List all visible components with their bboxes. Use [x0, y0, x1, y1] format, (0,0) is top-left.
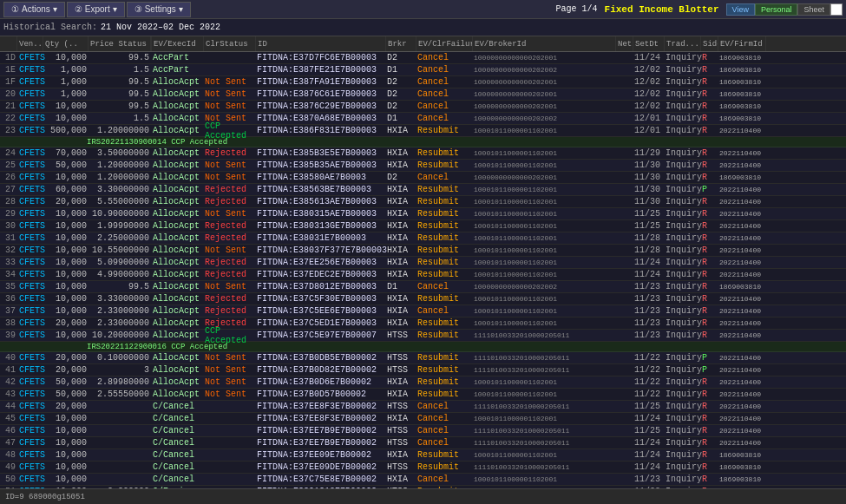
row-clrfail: Cancel [416, 53, 472, 62]
row-setdt: 11/22 [633, 365, 664, 375]
table-row[interactable]: 1D CFETS 10,000 99.5 AccPart FITDNA:E37D… [0, 52, 846, 64]
personal-button[interactable]: Personal [755, 3, 798, 16]
row-side: R [700, 173, 718, 182]
table-row[interactable]: 37 CFETS 10,000 2.33000000 AllocAcpt Rej… [0, 305, 846, 317]
table-row[interactable]: 39 CFETS 10,000 10.20000000 AllocAcpt CC… [0, 330, 846, 342]
row-id: FITDNA:E38031E7B00003 [255, 233, 385, 243]
table-row[interactable]: 40 CFETS 20,000 0.10000000 AllocAcpt Not… [0, 352, 846, 364]
table-row[interactable]: 28 CFETS 20,000 5.55000000 AllocAcpt Rej… [0, 196, 846, 208]
col-header-setdt[interactable]: SetDt [633, 36, 665, 51]
row-setdt: 11/29 [633, 148, 664, 158]
table-row[interactable]: 44 CFETS 20,000 C/Cancel FITDNA:E37EE8F3… [0, 401, 846, 413]
table-row[interactable]: 22 CFETS 10,000 1.5 AllocAcpt Not Sent F… [0, 113, 846, 125]
row-clrfail: Cancel [416, 414, 472, 423]
row-clrfail: Resubmit [416, 389, 472, 399]
row-ven: CFETS [17, 475, 43, 484]
table-row[interactable]: 45 CFETS 10,000 C/Cancel FITDNA:E37EE8F3… [0, 413, 846, 425]
row-clrfail: Cancel [416, 438, 472, 448]
row-qty: 10,000 [43, 233, 89, 243]
col-header-brkr[interactable]: Brkr [386, 36, 416, 51]
col-header-net[interactable]: Net [616, 36, 633, 51]
row-evexec: AllocAcpt [151, 185, 203, 194]
row-evexec: AllocAcpt [151, 365, 203, 375]
table-row[interactable]: 43 CFETS 50,000 2.55550000 AllocAcpt Not… [0, 389, 846, 401]
row-qty: 20,000 [43, 402, 89, 411]
row-side: R [700, 53, 718, 62]
search-date-range: 21 Nov 2022–02 Dec 2022 [101, 23, 220, 32]
row-trad: Inquiry [664, 101, 700, 111]
table-row[interactable]: 48 CFETS 10,000 C/Cancel FITDNA:E37EE09E… [0, 449, 846, 461]
row-setdt: 11/25 [633, 209, 664, 219]
row-brkr: HXIA [385, 160, 416, 170]
settings-button[interactable]: ③ Settings ▾ [127, 2, 191, 17]
table-row[interactable]: 32 CFETS 10,000 10.55000000 AllocAcpt No… [0, 245, 846, 257]
row-brokerid: 11110100332010000205011 [472, 427, 615, 435]
table-row[interactable]: 20 CFETS 1,000 99.5 AllocAcpt Not Sent F… [0, 88, 846, 101]
col-header-firm[interactable]: EV/FirmId [718, 36, 766, 51]
col-header-brokerid[interactable]: EV/BrokerId [473, 36, 616, 51]
table-row[interactable]: 49 CFETS 10,000 C/Cancel FITDNA:E37EE09D… [0, 461, 846, 474]
table-row[interactable]: 24 CFETS 70,000 3.50000000 AllocAcpt Rej… [0, 147, 846, 160]
row-price: 5.55000000 [89, 197, 151, 206]
row-brokerid: 10000000000000202001 [472, 173, 615, 181]
table-row[interactable]: 42 CFETS 50,000 2.89980000 AllocAcpt Not… [0, 376, 846, 389]
export-button[interactable]: ② Export ▾ [67, 2, 125, 17]
table-row[interactable]: 41 CFETS 20,000 3 AllocAcpt Not Sent FIT… [0, 364, 846, 376]
row-brokerid: 10001011000001102001 [472, 127, 615, 134]
sheet-button[interactable]: Sheet [797, 3, 830, 16]
table-row[interactable]: 26 CFETS 10,000 1.20000000 AllocAcpt Not… [0, 172, 846, 184]
row-setdt: 11/23 [633, 318, 664, 328]
row-firm: 2022110400 [718, 127, 765, 134]
row-brkr: HTSS [385, 331, 416, 340]
col-header-trad[interactable]: Trad... [665, 36, 701, 51]
row-ven: CFETS [17, 414, 43, 423]
row-firm: 1869003810 [718, 115, 765, 122]
col-header-qty[interactable]: Qty (.. [43, 36, 89, 51]
table-row[interactable]: 21 CFETS 10,000 99.5 AllocAcpt Not Sent … [0, 101, 846, 113]
col-header-side[interactable]: Side [701, 36, 718, 51]
row-brkr: D1 [385, 65, 416, 75]
row-price: 99.5 [89, 77, 151, 87]
col-header-id[interactable]: ID [256, 36, 386, 51]
view-button[interactable]: View [726, 3, 755, 16]
table-row[interactable]: 36 CFETS 10,000 3.33000000 AllocAcpt Rej… [0, 293, 846, 305]
table-row[interactable]: 33 CFETS 10,000 5.09900000 AllocAcpt Rej… [0, 257, 846, 269]
table-row[interactable]: 29 CFETS 10,000 10.90000000 AllocAcpt No… [0, 208, 846, 220]
col-header-clr[interactable]: EV/ExecId [152, 36, 204, 51]
row-setdt: 11/24 [633, 414, 664, 423]
table-row[interactable]: 1F CFETS 1,000 99.5 AllocAcpt Not Sent F… [0, 76, 846, 88]
table-row[interactable]: 38 CFETS 20,000 2.33000000 AllocAcpt Rej… [0, 317, 846, 330]
col-header-clrfail[interactable]: EV/ClrFailureIn... [416, 36, 473, 51]
table-row[interactable]: 25 CFETS 50,000 1.20000000 AllocAcpt Not… [0, 160, 846, 172]
table-row[interactable]: 30 CFETS 10,000 1.99990000 AllocAcpt Rej… [0, 220, 846, 232]
col-header-ven[interactable]: Ven... [17, 36, 43, 51]
table-row[interactable]: 50 CFETS 10,000 C/Cancel FITDNA:E37C75E8… [0, 474, 846, 486]
table-row[interactable]: 35 CFETS 10,000 99.5 AllocAcpt Not Sent … [0, 281, 846, 293]
mini-checkbox[interactable] [830, 3, 843, 16]
row-brkr: HXIA [385, 475, 416, 484]
row-setdt: 11/24 [633, 450, 664, 460]
table-row[interactable]: 1E CFETS 1,000 1.5 AccPart FITDNA:E387FE… [0, 64, 846, 76]
row-ven: CFETS [17, 185, 43, 194]
row-clrstatus: Rejected [203, 306, 255, 316]
table-row[interactable]: 47 CFETS 10,000 C/Cancel FITDNA:E37EE7B9… [0, 437, 846, 449]
table-row[interactable]: 31 CFETS 10,000 2.25000000 AllocAcpt Rej… [0, 232, 846, 245]
table-row[interactable]: 34 CFETS 10,000 4.99000000 AllocAcpt Rej… [0, 269, 846, 281]
table-row[interactable]: 27 CFETS 60,000 3.30000000 AllocAcpt Rej… [0, 184, 846, 196]
row-firm: 1869003810 [718, 78, 765, 86]
row-evexec: C/Cancel [151, 426, 203, 435]
actions-button[interactable]: ① Actions ▾ [3, 2, 65, 17]
row-idx: 46 [0, 426, 17, 435]
row-id: FITDNA:E3870A68E7B00003 [255, 114, 385, 123]
row-evexec: AllocAcpt [151, 160, 203, 170]
table-row[interactable]: 46 CFETS 10,000 C/Cancel FITDNA:E37EE7B9… [0, 425, 846, 437]
row-ven: CFETS [17, 389, 43, 399]
row-price: 2.89980000 [89, 377, 151, 387]
row-side: P [700, 185, 718, 194]
row-qty: 20,000 [43, 318, 89, 328]
col-header-price[interactable]: Price Status [89, 36, 151, 51]
table-row[interactable]: 23 CFETS 500,000 1.20000000 AllocAcpt CC… [0, 125, 846, 137]
col-header-clrstatus[interactable]: ClrStatus [204, 36, 256, 51]
row-side: R [700, 160, 718, 170]
row-brkr: D2 [385, 53, 416, 62]
